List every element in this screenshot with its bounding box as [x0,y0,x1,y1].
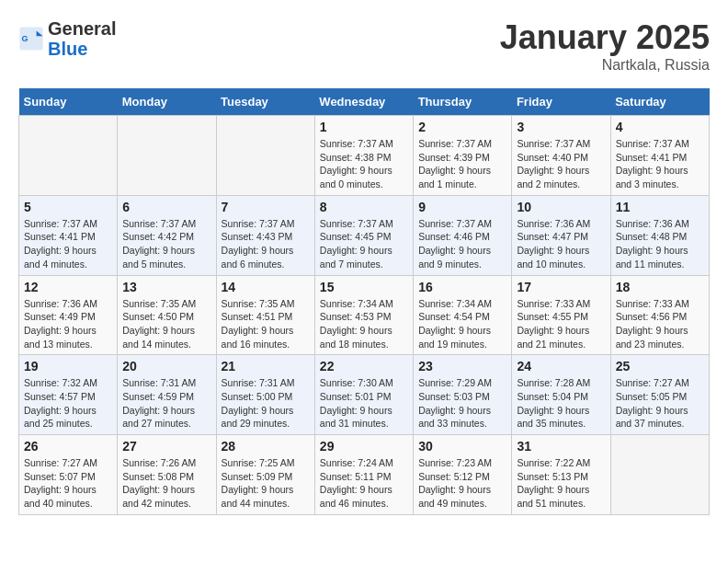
weekday-header-thursday: Thursday [414,88,512,116]
day-number: 21 [222,359,310,373]
svg-text:G: G [22,34,28,43]
day-info: Sunrise: 7:37 AMSunset: 4:40 PMDaylight:… [517,137,605,191]
weekday-header-friday: Friday [512,88,610,116]
month-title: January 2025 [500,18,710,57]
day-number: 24 [517,359,605,373]
calendar-cell: 5Sunrise: 7:37 AMSunset: 4:41 PMDaylight… [19,195,118,275]
day-number: 27 [122,439,210,454]
calendar-cell [19,116,118,196]
day-number: 7 [222,200,310,214]
calendar-cell: 19Sunrise: 7:32 AMSunset: 4:57 PMDayligh… [19,355,118,435]
calendar-cell: 8Sunrise: 7:37 AMSunset: 4:45 PMDaylight… [314,195,413,275]
day-number: 26 [24,439,112,454]
day-info: Sunrise: 7:36 AMSunset: 4:47 PMDaylight:… [517,217,605,271]
day-number: 29 [320,439,408,454]
logo: G General Blue [18,18,116,59]
calendar-cell: 6Sunrise: 7:37 AMSunset: 4:42 PMDaylight… [118,195,216,275]
day-number: 14 [222,280,310,294]
day-info: Sunrise: 7:34 AMSunset: 4:53 PMDaylight:… [320,297,408,351]
day-number: 10 [517,200,605,214]
weekday-header-monday: Monday [118,88,216,116]
day-number: 4 [616,120,704,134]
calendar-cell: 10Sunrise: 7:36 AMSunset: 4:47 PMDayligh… [512,195,610,275]
calendar-cell: 24Sunrise: 7:28 AMSunset: 5:04 PMDayligh… [512,355,610,435]
calendar-cell: 11Sunrise: 7:36 AMSunset: 4:48 PMDayligh… [610,195,709,275]
day-info: Sunrise: 7:29 AMSunset: 5:03 PMDaylight:… [418,376,506,431]
day-info: Sunrise: 7:23 AMSunset: 5:12 PMDaylight:… [418,456,506,511]
day-number: 12 [24,280,112,294]
location: Nartkala, Russia [500,57,710,74]
calendar-week-row: 5Sunrise: 7:37 AMSunset: 4:41 PMDaylight… [19,195,710,275]
day-info: Sunrise: 7:32 AMSunset: 4:57 PMDaylight:… [24,376,112,431]
day-number: 18 [616,280,704,294]
calendar-cell: 2Sunrise: 7:37 AMSunset: 4:39 PMDaylight… [414,116,512,196]
calendar-cell: 13Sunrise: 7:35 AMSunset: 4:50 PMDayligh… [118,275,216,355]
day-number: 9 [418,200,506,214]
day-number: 13 [122,280,210,294]
day-number: 5 [24,200,112,214]
day-number: 1 [320,120,408,134]
calendar-cell: 25Sunrise: 7:27 AMSunset: 5:05 PMDayligh… [610,355,709,435]
weekday-header-wednesday: Wednesday [314,88,413,116]
day-number: 28 [222,439,310,454]
calendar-cell: 23Sunrise: 7:29 AMSunset: 5:03 PMDayligh… [414,355,512,435]
day-number: 23 [418,359,506,373]
calendar-cell: 30Sunrise: 7:23 AMSunset: 5:12 PMDayligh… [414,435,512,515]
day-number: 31 [517,439,605,454]
day-number: 3 [517,120,605,134]
day-info: Sunrise: 7:22 AMSunset: 5:13 PMDaylight:… [517,456,605,511]
day-number: 16 [418,280,506,294]
calendar-cell: 17Sunrise: 7:33 AMSunset: 4:55 PMDayligh… [512,275,610,355]
day-info: Sunrise: 7:37 AMSunset: 4:41 PMDaylight:… [24,217,112,271]
calendar-cell: 9Sunrise: 7:37 AMSunset: 4:46 PMDaylight… [414,195,512,275]
calendar-cell: 29Sunrise: 7:24 AMSunset: 5:11 PMDayligh… [314,435,413,515]
day-info: Sunrise: 7:37 AMSunset: 4:43 PMDaylight:… [222,217,310,271]
day-info: Sunrise: 7:36 AMSunset: 4:48 PMDaylight:… [616,217,704,271]
calendar-week-row: 1Sunrise: 7:37 AMSunset: 4:38 PMDaylight… [19,116,710,196]
day-info: Sunrise: 7:28 AMSunset: 5:04 PMDaylight:… [517,376,605,431]
day-info: Sunrise: 7:37 AMSunset: 4:42 PMDaylight:… [122,217,210,271]
calendar-week-row: 26Sunrise: 7:27 AMSunset: 5:07 PMDayligh… [19,435,710,515]
title-block: January 2025 Nartkala, Russia [500,18,710,74]
calendar-table: SundayMondayTuesdayWednesdayThursdayFrid… [18,88,710,515]
weekday-header-tuesday: Tuesday [216,88,314,116]
calendar-cell: 18Sunrise: 7:33 AMSunset: 4:56 PMDayligh… [610,275,709,355]
day-info: Sunrise: 7:37 AMSunset: 4:38 PMDaylight:… [320,137,408,191]
day-info: Sunrise: 7:33 AMSunset: 4:55 PMDaylight:… [517,297,605,351]
day-info: Sunrise: 7:37 AMSunset: 4:41 PMDaylight:… [616,137,704,191]
day-number: 15 [320,280,408,294]
calendar-cell: 27Sunrise: 7:26 AMSunset: 5:08 PMDayligh… [118,435,216,515]
calendar-cell: 31Sunrise: 7:22 AMSunset: 5:13 PMDayligh… [512,435,610,515]
day-number: 20 [122,359,210,373]
day-number: 19 [24,359,112,373]
calendar-cell: 16Sunrise: 7:34 AMSunset: 4:54 PMDayligh… [414,275,512,355]
day-info: Sunrise: 7:37 AMSunset: 4:45 PMDaylight:… [320,217,408,271]
day-info: Sunrise: 7:35 AMSunset: 4:50 PMDaylight:… [122,297,210,351]
day-info: Sunrise: 7:34 AMSunset: 4:54 PMDaylight:… [418,297,506,351]
day-info: Sunrise: 7:35 AMSunset: 4:51 PMDaylight:… [222,297,310,351]
day-info: Sunrise: 7:24 AMSunset: 5:11 PMDaylight:… [320,456,408,511]
logo-icon: G [18,26,44,52]
calendar-week-row: 12Sunrise: 7:36 AMSunset: 4:49 PMDayligh… [19,275,710,355]
day-info: Sunrise: 7:31 AMSunset: 5:00 PMDaylight:… [222,376,310,431]
weekday-header-row: SundayMondayTuesdayWednesdayThursdayFrid… [19,88,710,116]
day-number: 30 [418,439,506,454]
day-info: Sunrise: 7:36 AMSunset: 4:49 PMDaylight:… [24,297,112,351]
calendar-cell: 15Sunrise: 7:34 AMSunset: 4:53 PMDayligh… [314,275,413,355]
day-info: Sunrise: 7:27 AMSunset: 5:07 PMDaylight:… [24,456,112,511]
calendar-cell: 20Sunrise: 7:31 AMSunset: 4:59 PMDayligh… [118,355,216,435]
calendar-cell [610,435,709,515]
calendar-cell: 14Sunrise: 7:35 AMSunset: 4:51 PMDayligh… [216,275,314,355]
day-info: Sunrise: 7:33 AMSunset: 4:56 PMDaylight:… [616,297,704,351]
day-number: 11 [616,200,704,214]
calendar-cell: 3Sunrise: 7:37 AMSunset: 4:40 PMDaylight… [512,116,610,196]
calendar-cell [216,116,314,196]
day-info: Sunrise: 7:31 AMSunset: 4:59 PMDaylight:… [122,376,210,431]
day-info: Sunrise: 7:27 AMSunset: 5:05 PMDaylight:… [616,376,704,431]
day-number: 17 [517,280,605,294]
day-number: 6 [122,200,210,214]
calendar-week-row: 19Sunrise: 7:32 AMSunset: 4:57 PMDayligh… [19,355,710,435]
weekday-header-sunday: Sunday [19,88,118,116]
day-info: Sunrise: 7:26 AMSunset: 5:08 PMDaylight:… [122,456,210,511]
calendar-cell: 12Sunrise: 7:36 AMSunset: 4:49 PMDayligh… [19,275,118,355]
